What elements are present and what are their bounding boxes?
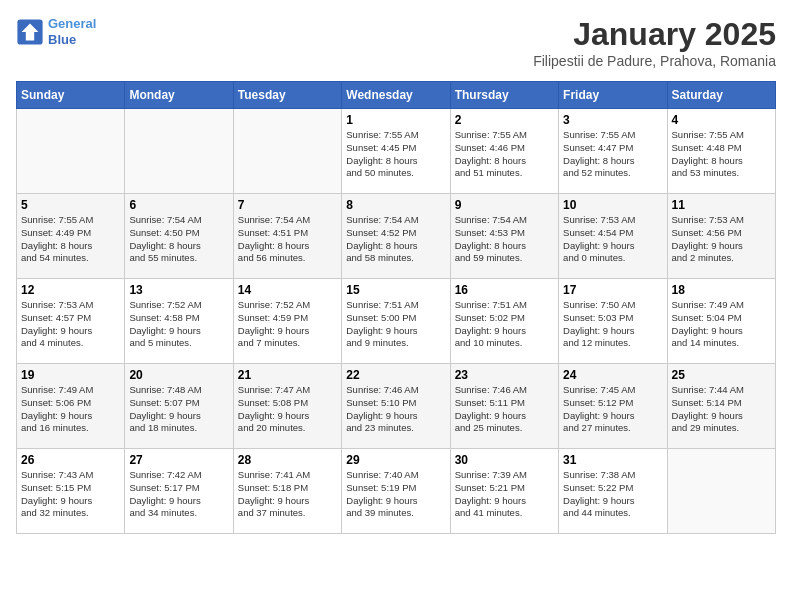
title-area: January 2025 Filipestii de Padure, Praho…: [533, 16, 776, 69]
day-number: 19: [21, 368, 120, 382]
day-info: Sunrise: 7:48 AM Sunset: 5:07 PM Dayligh…: [129, 384, 228, 435]
logo-line1: General: [48, 16, 96, 31]
calendar-cell: 19Sunrise: 7:49 AM Sunset: 5:06 PM Dayli…: [17, 364, 125, 449]
day-number: 18: [672, 283, 771, 297]
header-row: SundayMondayTuesdayWednesdayThursdayFrid…: [17, 82, 776, 109]
day-number: 3: [563, 113, 662, 127]
day-number: 29: [346, 453, 445, 467]
day-info: Sunrise: 7:51 AM Sunset: 5:00 PM Dayligh…: [346, 299, 445, 350]
week-row-4: 26Sunrise: 7:43 AM Sunset: 5:15 PM Dayli…: [17, 449, 776, 534]
day-info: Sunrise: 7:55 AM Sunset: 4:45 PM Dayligh…: [346, 129, 445, 180]
calendar-cell: 25Sunrise: 7:44 AM Sunset: 5:14 PM Dayli…: [667, 364, 775, 449]
calendar-cell: 18Sunrise: 7:49 AM Sunset: 5:04 PM Dayli…: [667, 279, 775, 364]
day-info: Sunrise: 7:42 AM Sunset: 5:17 PM Dayligh…: [129, 469, 228, 520]
day-number: 8: [346, 198, 445, 212]
calendar-cell: 30Sunrise: 7:39 AM Sunset: 5:21 PM Dayli…: [450, 449, 558, 534]
day-info: Sunrise: 7:44 AM Sunset: 5:14 PM Dayligh…: [672, 384, 771, 435]
day-number: 14: [238, 283, 337, 297]
calendar-cell: 17Sunrise: 7:50 AM Sunset: 5:03 PM Dayli…: [559, 279, 667, 364]
day-info: Sunrise: 7:54 AM Sunset: 4:52 PM Dayligh…: [346, 214, 445, 265]
week-row-2: 12Sunrise: 7:53 AM Sunset: 4:57 PM Dayli…: [17, 279, 776, 364]
calendar-cell: [667, 449, 775, 534]
day-number: 9: [455, 198, 554, 212]
day-info: Sunrise: 7:53 AM Sunset: 4:57 PM Dayligh…: [21, 299, 120, 350]
day-number: 6: [129, 198, 228, 212]
day-info: Sunrise: 7:49 AM Sunset: 5:06 PM Dayligh…: [21, 384, 120, 435]
day-number: 28: [238, 453, 337, 467]
day-info: Sunrise: 7:53 AM Sunset: 4:56 PM Dayligh…: [672, 214, 771, 265]
calendar-cell: 2Sunrise: 7:55 AM Sunset: 4:46 PM Daylig…: [450, 109, 558, 194]
day-info: Sunrise: 7:50 AM Sunset: 5:03 PM Dayligh…: [563, 299, 662, 350]
day-number: 13: [129, 283, 228, 297]
day-number: 20: [129, 368, 228, 382]
day-number: 5: [21, 198, 120, 212]
header-wednesday: Wednesday: [342, 82, 450, 109]
calendar-cell: 15Sunrise: 7:51 AM Sunset: 5:00 PM Dayli…: [342, 279, 450, 364]
day-number: 12: [21, 283, 120, 297]
calendar-cell: 21Sunrise: 7:47 AM Sunset: 5:08 PM Dayli…: [233, 364, 341, 449]
day-info: Sunrise: 7:55 AM Sunset: 4:47 PM Dayligh…: [563, 129, 662, 180]
week-row-1: 5Sunrise: 7:55 AM Sunset: 4:49 PM Daylig…: [17, 194, 776, 279]
day-info: Sunrise: 7:45 AM Sunset: 5:12 PM Dayligh…: [563, 384, 662, 435]
day-info: Sunrise: 7:43 AM Sunset: 5:15 PM Dayligh…: [21, 469, 120, 520]
day-number: 30: [455, 453, 554, 467]
calendar-cell: 26Sunrise: 7:43 AM Sunset: 5:15 PM Dayli…: [17, 449, 125, 534]
header-monday: Monday: [125, 82, 233, 109]
day-info: Sunrise: 7:52 AM Sunset: 4:59 PM Dayligh…: [238, 299, 337, 350]
day-info: Sunrise: 7:49 AM Sunset: 5:04 PM Dayligh…: [672, 299, 771, 350]
calendar-title: January 2025: [533, 16, 776, 53]
calendar-cell: 6Sunrise: 7:54 AM Sunset: 4:50 PM Daylig…: [125, 194, 233, 279]
day-number: 25: [672, 368, 771, 382]
logo-text: General Blue: [48, 16, 96, 47]
day-info: Sunrise: 7:40 AM Sunset: 5:19 PM Dayligh…: [346, 469, 445, 520]
calendar-cell: 29Sunrise: 7:40 AM Sunset: 5:19 PM Dayli…: [342, 449, 450, 534]
calendar-cell: 13Sunrise: 7:52 AM Sunset: 4:58 PM Dayli…: [125, 279, 233, 364]
day-info: Sunrise: 7:55 AM Sunset: 4:48 PM Dayligh…: [672, 129, 771, 180]
day-info: Sunrise: 7:46 AM Sunset: 5:10 PM Dayligh…: [346, 384, 445, 435]
day-info: Sunrise: 7:54 AM Sunset: 4:51 PM Dayligh…: [238, 214, 337, 265]
day-number: 16: [455, 283, 554, 297]
day-number: 17: [563, 283, 662, 297]
calendar-cell: 8Sunrise: 7:54 AM Sunset: 4:52 PM Daylig…: [342, 194, 450, 279]
day-number: 10: [563, 198, 662, 212]
calendar-cell: 7Sunrise: 7:54 AM Sunset: 4:51 PM Daylig…: [233, 194, 341, 279]
calendar-cell: 24Sunrise: 7:45 AM Sunset: 5:12 PM Dayli…: [559, 364, 667, 449]
logo: General Blue: [16, 16, 96, 47]
week-row-3: 19Sunrise: 7:49 AM Sunset: 5:06 PM Dayli…: [17, 364, 776, 449]
calendar-cell: 12Sunrise: 7:53 AM Sunset: 4:57 PM Dayli…: [17, 279, 125, 364]
calendar-cell: 16Sunrise: 7:51 AM Sunset: 5:02 PM Dayli…: [450, 279, 558, 364]
calendar-cell: [17, 109, 125, 194]
calendar-cell: 9Sunrise: 7:54 AM Sunset: 4:53 PM Daylig…: [450, 194, 558, 279]
header-saturday: Saturday: [667, 82, 775, 109]
logo-icon: [16, 18, 44, 46]
calendar-table: SundayMondayTuesdayWednesdayThursdayFrid…: [16, 81, 776, 534]
day-number: 24: [563, 368, 662, 382]
day-info: Sunrise: 7:53 AM Sunset: 4:54 PM Dayligh…: [563, 214, 662, 265]
day-number: 1: [346, 113, 445, 127]
day-info: Sunrise: 7:46 AM Sunset: 5:11 PM Dayligh…: [455, 384, 554, 435]
day-number: 22: [346, 368, 445, 382]
day-info: Sunrise: 7:54 AM Sunset: 4:53 PM Dayligh…: [455, 214, 554, 265]
calendar-cell: 14Sunrise: 7:52 AM Sunset: 4:59 PM Dayli…: [233, 279, 341, 364]
calendar-cell: [233, 109, 341, 194]
day-number: 27: [129, 453, 228, 467]
day-number: 11: [672, 198, 771, 212]
calendar-cell: 23Sunrise: 7:46 AM Sunset: 5:11 PM Dayli…: [450, 364, 558, 449]
day-number: 7: [238, 198, 337, 212]
week-row-0: 1Sunrise: 7:55 AM Sunset: 4:45 PM Daylig…: [17, 109, 776, 194]
calendar-cell: 4Sunrise: 7:55 AM Sunset: 4:48 PM Daylig…: [667, 109, 775, 194]
header-friday: Friday: [559, 82, 667, 109]
header-thursday: Thursday: [450, 82, 558, 109]
day-info: Sunrise: 7:52 AM Sunset: 4:58 PM Dayligh…: [129, 299, 228, 350]
calendar-cell: 10Sunrise: 7:53 AM Sunset: 4:54 PM Dayli…: [559, 194, 667, 279]
day-number: 2: [455, 113, 554, 127]
header-sunday: Sunday: [17, 82, 125, 109]
header: General Blue January 2025 Filipestii de …: [16, 16, 776, 69]
calendar-cell: 20Sunrise: 7:48 AM Sunset: 5:07 PM Dayli…: [125, 364, 233, 449]
calendar-cell: 5Sunrise: 7:55 AM Sunset: 4:49 PM Daylig…: [17, 194, 125, 279]
calendar-cell: 22Sunrise: 7:46 AM Sunset: 5:10 PM Dayli…: [342, 364, 450, 449]
day-info: Sunrise: 7:38 AM Sunset: 5:22 PM Dayligh…: [563, 469, 662, 520]
calendar-cell: 1Sunrise: 7:55 AM Sunset: 4:45 PM Daylig…: [342, 109, 450, 194]
calendar-cell: 11Sunrise: 7:53 AM Sunset: 4:56 PM Dayli…: [667, 194, 775, 279]
day-info: Sunrise: 7:55 AM Sunset: 4:46 PM Dayligh…: [455, 129, 554, 180]
